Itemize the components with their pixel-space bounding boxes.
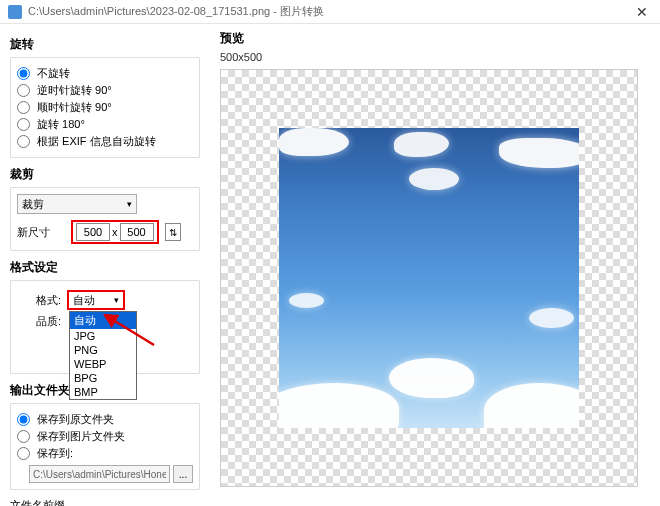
crop-title: 裁剪 bbox=[10, 166, 200, 183]
chevron-down-icon: ▾ bbox=[127, 199, 132, 209]
crop-mode-select[interactable]: 裁剪 ▾ bbox=[17, 194, 137, 214]
crop-group: 裁剪 ▾ 新尺寸 x ⇅ bbox=[10, 187, 200, 251]
radio-rotate-exif[interactable]: 根据 EXIF 信息自动旋转 bbox=[17, 134, 193, 149]
prefix-label: 文件名前缀 bbox=[10, 498, 200, 506]
titlebar: C:\Users\admin\Pictures\2023-02-08_17153… bbox=[0, 0, 660, 24]
format-dropdown: 自动 JPG PNG WEBP BPG BMP bbox=[69, 311, 137, 400]
quality-label: 品质: bbox=[17, 314, 67, 329]
save-path-input[interactable] bbox=[29, 465, 170, 483]
rotation-group: 不旋转 逆时针旋转 90° 顺时针旋转 90° 旋转 180° 根据 EXIF … bbox=[10, 57, 200, 158]
radio-rotate-180[interactable]: 旋转 180° bbox=[17, 117, 193, 132]
format-opt-auto[interactable]: 自动 bbox=[70, 312, 136, 329]
radio-rotate-ccw90[interactable]: 逆时针旋转 90° bbox=[17, 83, 193, 98]
format-select[interactable]: 自动 ▾ 自动 JPG PNG WEBP BPG BMP bbox=[67, 290, 125, 310]
preview-canvas bbox=[220, 69, 638, 487]
aspect-lock-button[interactable]: ⇅ bbox=[165, 223, 181, 241]
output-group: 保存到原文件夹 保存到图片文件夹 保存到: ... bbox=[10, 403, 200, 490]
preview-title: 预览 bbox=[220, 30, 650, 47]
app-icon bbox=[8, 5, 22, 19]
format-title: 格式设定 bbox=[10, 259, 200, 276]
browse-button[interactable]: ... bbox=[173, 465, 193, 483]
width-input[interactable] bbox=[76, 223, 110, 241]
chevron-down-icon: ▾ bbox=[114, 295, 119, 305]
format-opt-png[interactable]: PNG bbox=[70, 343, 136, 357]
close-icon[interactable]: ✕ bbox=[632, 4, 652, 20]
preview-image bbox=[279, 128, 579, 428]
settings-panel: 旋转 不旋转 逆时针旋转 90° 顺时针旋转 90° 旋转 180° 根据 EX… bbox=[0, 24, 210, 506]
format-opt-bmp[interactable]: BMP bbox=[70, 385, 136, 399]
format-opt-webp[interactable]: WEBP bbox=[70, 357, 136, 371]
format-opt-bpg[interactable]: BPG bbox=[70, 371, 136, 385]
radio-rotate-cw90[interactable]: 顺时针旋转 90° bbox=[17, 100, 193, 115]
radio-save-to[interactable]: 保存到: bbox=[17, 446, 193, 461]
preview-panel: 预览 500x500 bbox=[210, 24, 660, 506]
size-box: x bbox=[71, 220, 159, 244]
radio-save-pics[interactable]: 保存到图片文件夹 bbox=[17, 429, 193, 444]
radio-save-orig[interactable]: 保存到原文件夹 bbox=[17, 412, 193, 427]
window-title: C:\Users\admin\Pictures\2023-02-08_17153… bbox=[28, 4, 632, 19]
height-input[interactable] bbox=[120, 223, 154, 241]
rotation-title: 旋转 bbox=[10, 36, 200, 53]
preview-dimensions: 500x500 bbox=[220, 51, 650, 63]
new-size-row: 新尺寸 x ⇅ bbox=[17, 220, 193, 244]
format-opt-jpg[interactable]: JPG bbox=[70, 329, 136, 343]
radio-rotate-none[interactable]: 不旋转 bbox=[17, 66, 193, 81]
format-group: 格式: 自动 ▾ 自动 JPG PNG WEBP BPG BMP bbox=[10, 280, 200, 374]
